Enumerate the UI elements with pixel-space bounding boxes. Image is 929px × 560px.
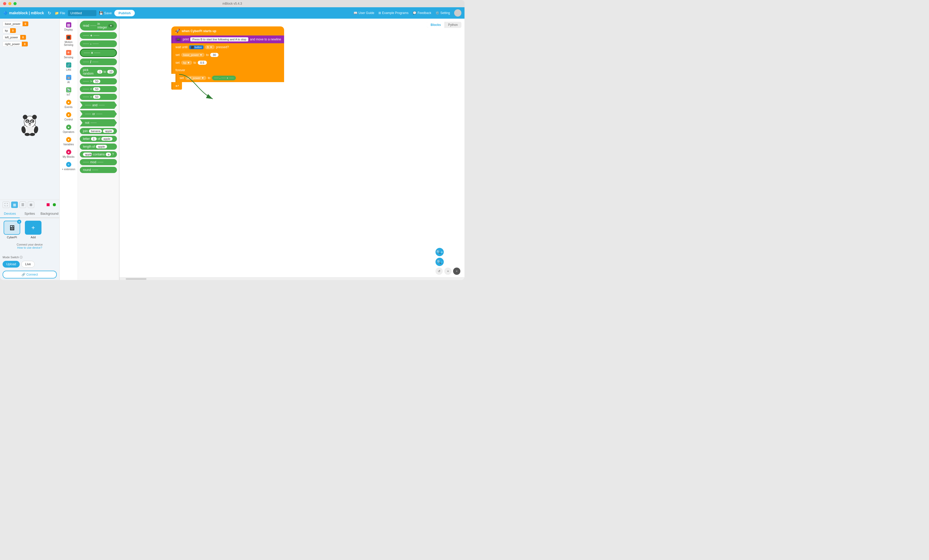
- block-read-integer[interactable]: read in integer ▼: [80, 21, 117, 31]
- block-letter-n[interactable]: 1: [91, 137, 97, 141]
- block-read-input[interactable]: [90, 25, 97, 26]
- block-and[interactable]: and: [80, 101, 117, 109]
- kp-dropdown[interactable]: kp ▼: [181, 61, 192, 65]
- block-or-a[interactable]: [85, 114, 91, 114]
- upload-mode-button[interactable]: Upload: [3, 261, 20, 268]
- reset-view-button[interactable]: ↺: [435, 268, 443, 275]
- block-length-of[interactable]: length of apple: [80, 144, 117, 150]
- block-contains[interactable]: apple contains a ?: [80, 151, 117, 158]
- block-length-word[interactable]: apple: [96, 145, 107, 148]
- block-mod-a[interactable]: [83, 162, 89, 162]
- forever-block[interactable]: forever: [171, 67, 284, 74]
- grid-view-button[interactable]: ▦: [11, 202, 18, 208]
- user-guide-link[interactable]: 📖 User Guide: [354, 11, 374, 15]
- block-minus-b[interactable]: [92, 43, 99, 44]
- block-random-from[interactable]: 1: [97, 70, 103, 73]
- block-pick-random[interactable]: pick random 1 to 10: [80, 67, 117, 77]
- file-menu-button[interactable]: 📁 File: [55, 11, 65, 15]
- block-read-dropdown[interactable]: ▼: [108, 24, 114, 28]
- python-view-toggle[interactable]: Python: [445, 22, 461, 28]
- tab-devices[interactable]: Devices: [0, 210, 20, 218]
- block-multiply-b[interactable]: [94, 53, 100, 53]
- block-eq-val[interactable]: 50: [93, 95, 100, 99]
- math-c[interactable]: [229, 78, 234, 78]
- block-and-a[interactable]: [85, 105, 91, 106]
- block-mod[interactable]: mod: [80, 159, 117, 165]
- go-button[interactable]: ⏺: [52, 202, 57, 208]
- block-multiply-a[interactable]: [84, 53, 90, 53]
- publish-button[interactable]: Publish: [114, 10, 135, 16]
- device-close-button[interactable]: ✕: [17, 220, 21, 224]
- block-gt-a[interactable]: [83, 81, 89, 82]
- how-to-use-device-link[interactable]: How to use device?: [17, 246, 42, 249]
- print-block[interactable]: 📟 print Press B to start line following …: [171, 35, 284, 43]
- block-letter-of[interactable]: letter 1 of apple: [80, 136, 117, 142]
- category-ai[interactable]: 🤖 AI: [61, 73, 77, 85]
- block-divide-a[interactable]: [83, 62, 89, 62]
- block-multiply[interactable]: ×: [80, 49, 117, 57]
- large-grid-button[interactable]: ⊞: [28, 202, 34, 208]
- var-badge-left-power[interactable]: left_power 0: [3, 35, 26, 40]
- refresh-icon-button[interactable]: ↻: [47, 9, 52, 17]
- category-extension[interactable]: + + extension: [61, 160, 77, 172]
- category-display[interactable]: ▦ Display: [61, 21, 77, 33]
- block-contains-b[interactable]: a: [106, 153, 111, 156]
- category-iot[interactable]: 📡 IoT: [61, 86, 77, 98]
- expand-view-button[interactable]: ⛶: [3, 202, 9, 208]
- setting-link[interactable]: ⚙️ Setting: [435, 11, 450, 15]
- category-motion-sensing[interactable]: ⬛ Motion Sensing: [61, 33, 77, 48]
- block-plus-a[interactable]: [83, 35, 89, 36]
- avatar[interactable]: [454, 9, 461, 17]
- category-sensing[interactable]: 👁 Sensing: [61, 49, 77, 60]
- block-not-a[interactable]: [90, 122, 97, 123]
- feedback-link[interactable]: 💬 Feedback: [412, 11, 431, 15]
- block-letter-word[interactable]: apple: [101, 137, 112, 141]
- block-lt[interactable]: < 50: [80, 86, 117, 92]
- fullscreen-button[interactable]: [14, 2, 17, 5]
- center-view-button[interactable]: ⌖: [444, 268, 452, 275]
- fullscreen-canvas-button[interactable]: =: [453, 268, 460, 275]
- block-and-b[interactable]: [98, 105, 105, 106]
- block-minus-a[interactable]: [83, 43, 89, 44]
- kp-value[interactable]: 0.5: [198, 61, 207, 65]
- live-mode-button[interactable]: Live: [21, 261, 35, 268]
- block-round[interactable]: round: [80, 167, 117, 173]
- block-lt-val[interactable]: 50: [93, 87, 100, 91]
- set-base-power-block[interactable]: set base_power ▼ to 30: [171, 51, 284, 59]
- var-badge-base-power[interactable]: base_power 0: [3, 21, 29, 26]
- zoom-in-button[interactable]: 🔍+: [435, 248, 444, 256]
- category-lan[interactable]: 🔗 LAN: [61, 61, 77, 73]
- block-gt[interactable]: > 50: [80, 78, 117, 84]
- example-programs-link[interactable]: ⊞ Example Programs: [379, 11, 409, 15]
- zoom-out-button[interactable]: 🔍-: [435, 258, 444, 266]
- category-variables[interactable]: ● Variables: [61, 135, 77, 147]
- left-power-dropdown[interactable]: left_power ▼: [185, 76, 206, 80]
- block-contains-a[interactable]: apple: [83, 153, 92, 156]
- block-eq-a[interactable]: [83, 96, 89, 97]
- set-kp-block[interactable]: set kp ▼ to 0.5: [171, 59, 284, 67]
- close-button[interactable]: [3, 2, 6, 5]
- category-events[interactable]: ● Events: [61, 98, 77, 110]
- scroll-thumb[interactable]: [126, 278, 146, 280]
- device-icon-cyberpi[interactable]: 🖥 ✕: [4, 221, 20, 235]
- var-badge-kp[interactable]: kp 0: [3, 28, 16, 33]
- block-gt-val[interactable]: 50: [93, 80, 100, 83]
- horizontal-scrollbar[interactable]: [120, 277, 464, 280]
- block-plus-b[interactable]: [94, 35, 100, 36]
- block-join-a[interactable]: banana: [89, 129, 102, 133]
- category-my-blocks[interactable]: ● My Blocks: [61, 148, 77, 160]
- block-or-b[interactable]: [96, 114, 103, 114]
- math-b[interactable]: [221, 78, 226, 78]
- math-a[interactable]: [214, 78, 219, 78]
- project-name-input[interactable]: [68, 10, 97, 16]
- minimize-button[interactable]: [8, 2, 11, 5]
- block-or[interactable]: or: [80, 110, 117, 118]
- category-control[interactable]: ● Control: [61, 110, 77, 122]
- tab-background[interactable]: Background: [40, 210, 59, 217]
- var-badge-right-power[interactable]: right_power 0: [3, 41, 28, 47]
- connect-button[interactable]: 🔗 Connect: [3, 271, 57, 278]
- block-round-a[interactable]: [92, 170, 98, 170]
- base-power-dropdown[interactable]: base_power ▼: [181, 53, 204, 57]
- left-power-math-block[interactable]: - ×: [212, 76, 236, 80]
- block-divide-b[interactable]: [92, 62, 98, 62]
